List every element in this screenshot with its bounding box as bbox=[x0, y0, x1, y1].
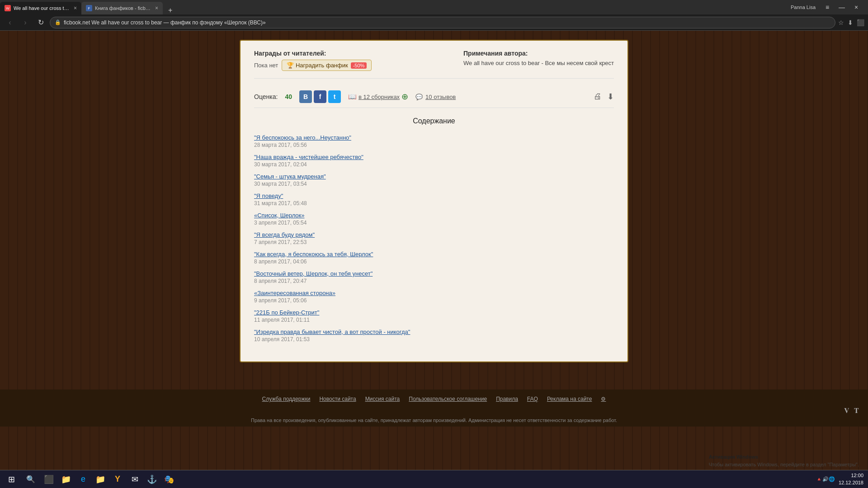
chapter-item-2: "Семья - штука мудреная"30 марта 2017, 0… bbox=[254, 173, 614, 187]
vk-share-button[interactable]: В bbox=[299, 90, 312, 103]
contents-heading: Содержание bbox=[254, 117, 614, 125]
chapter-link-8[interactable]: «Заинтересованная сторона» bbox=[254, 290, 614, 296]
chapter-link-1[interactable]: "Наша вражда - чистейшее ребячество" bbox=[254, 154, 614, 160]
reviews-link[interactable]: 💬 10 отзывов bbox=[415, 94, 456, 100]
chapter-link-5[interactable]: "Я всегда буду рядом" bbox=[254, 231, 614, 238]
footer-nav: Служба поддержкиНовости сайтаМиссия сайт… bbox=[0, 396, 868, 402]
footer-link-3[interactable]: Пользовательское соглашение bbox=[409, 396, 487, 402]
tw-share-button[interactable]: t bbox=[328, 90, 341, 103]
chapter-link-4[interactable]: «Список, Шерлок» bbox=[254, 212, 614, 219]
action-icons: 🖨 ⬇ bbox=[594, 92, 614, 102]
tab-active[interactable]: W We all have our cross to… × bbox=[0, 2, 81, 14]
chapter-item-3: "Я поведу"31 марта 2017, 05:48 bbox=[254, 192, 614, 206]
forward-button[interactable]: › bbox=[19, 16, 32, 29]
discount-badge: -50% bbox=[351, 62, 367, 69]
tab-inactive[interactable]: F Книга фанфиков - ficbook × bbox=[81, 2, 163, 14]
minimize-button[interactable]: — bbox=[835, 1, 848, 14]
chapter-date-3: 31 марта 2017, 05:48 bbox=[254, 200, 614, 206]
footer-link-4[interactable]: Правила bbox=[496, 396, 518, 402]
chapter-item-6: "Как всегда, я беспокоюсь за тебя, Шерло… bbox=[254, 251, 614, 265]
chapter-date-4: 3 апреля 2017, 05:54 bbox=[254, 220, 614, 226]
collections-icon: 📖 bbox=[348, 93, 357, 101]
chapter-item-5: "Я всегда буду рядом"7 апреля 2017, 22:5… bbox=[254, 231, 614, 245]
chapter-link-3[interactable]: "Я поведу" bbox=[254, 192, 614, 199]
top-section: Награды от читателей: Пока нет 🏆 Награди… bbox=[254, 50, 614, 79]
print-icon[interactable]: 🖨 bbox=[594, 92, 602, 102]
chapter-link-9[interactable]: "221Б по Бейкер-Стрит" bbox=[254, 309, 614, 316]
back-button[interactable]: ‹ bbox=[4, 16, 16, 29]
social-icons: В f t bbox=[299, 90, 341, 103]
footer-link-6[interactable]: Реклама на сайте bbox=[547, 396, 592, 402]
no-rewards-label: Пока нет bbox=[254, 62, 278, 69]
window-controls: ≡ — × bbox=[821, 1, 863, 14]
chapter-date-10: 10 апреля 2017, 01:53 bbox=[254, 336, 614, 343]
chapter-date-1: 30 марта 2017, 02:04 bbox=[254, 161, 614, 168]
chapter-date-7: 8 апреля 2017, 20:47 bbox=[254, 278, 614, 284]
footer-link-1[interactable]: Новости сайта bbox=[319, 396, 356, 402]
chapter-link-10[interactable]: "Изредка правда бывает чистой, а вот про… bbox=[254, 328, 614, 335]
tab-favicon-2: F bbox=[86, 5, 92, 11]
tab-favicon-1: W bbox=[5, 5, 11, 11]
rating-label: Оценка: bbox=[254, 93, 278, 100]
chapter-item-7: "Восточный ветер, Шерлок, он тебя унесет… bbox=[254, 270, 614, 284]
titlebar: W We all have our cross to… × F Книга фа… bbox=[0, 0, 868, 14]
reviews-count: 10 отзывов bbox=[425, 94, 456, 100]
chapter-link-7[interactable]: "Восточный ветер, Шерлок, он тебя унесет… bbox=[254, 270, 614, 277]
chapter-link-0[interactable]: "Я беспокоюсь за него...Неустанно" bbox=[254, 134, 614, 141]
new-tab-button[interactable]: + bbox=[165, 6, 176, 14]
chapters-list: "Я беспокоюсь за него...Неустанно"28 мар… bbox=[254, 134, 614, 343]
notes-text: We all have our cross to bear - Все мы н… bbox=[463, 60, 614, 66]
titlebar-right: Panna Lisa ≡ — × bbox=[791, 1, 868, 14]
download-fic-icon[interactable]: ⬇ bbox=[607, 92, 614, 102]
bookmark-icon[interactable]: ☆ bbox=[838, 19, 844, 26]
rewards-row: Пока нет 🏆 Наградить фанфик -50% bbox=[254, 60, 372, 71]
chapter-date-6: 8 апреля 2017, 04:06 bbox=[254, 258, 614, 265]
menu-button[interactable]: ≡ bbox=[821, 1, 834, 14]
chapter-date-8: 9 апреля 2017, 05:06 bbox=[254, 297, 614, 304]
reviews-bubble-icon: 💬 bbox=[415, 94, 423, 100]
collections-label: в 12 сборниках bbox=[359, 94, 400, 100]
tab-area: W We all have our cross to… × F Книга фа… bbox=[0, 0, 176, 14]
reward-button[interactable]: 🏆 Наградить фанфик -50% bbox=[282, 60, 372, 71]
address-box[interactable]: 🔒 ficbook.net We all have our cross to b… bbox=[50, 17, 835, 28]
addressbar: ‹ › ↻ 🔒 ficbook.net We all have our cros… bbox=[0, 14, 868, 31]
page-wrapper: Награды от читателей: Пока нет 🏆 Награди… bbox=[0, 31, 868, 371]
rewards-section: Награды от читателей: Пока нет 🏆 Награди… bbox=[254, 50, 372, 71]
footer-link-0[interactable]: Служба поддержки bbox=[262, 396, 311, 402]
ext-icon[interactable]: ⬛ bbox=[857, 19, 864, 26]
footer-link-7[interactable]: ⚙ bbox=[601, 396, 606, 402]
chapter-date-2: 30 марта 2017, 03:54 bbox=[254, 181, 614, 187]
content-area: Награды от читателей: Пока нет 🏆 Награди… bbox=[240, 40, 628, 362]
chapter-item-1: "Наша вражда - чистейшее ребячество"30 м… bbox=[254, 154, 614, 168]
refresh-button[interactable]: ↻ bbox=[34, 16, 47, 29]
close-button[interactable]: × bbox=[850, 1, 863, 14]
chapter-item-10: "Изредка правда бывает чистой, а вот про… bbox=[254, 328, 614, 343]
chapter-link-2[interactable]: "Семья - штука мудреная" bbox=[254, 173, 614, 180]
tab-close-2[interactable]: × bbox=[155, 5, 158, 11]
footer-link-5[interactable]: FAQ bbox=[527, 396, 538, 402]
site-footer: Служба поддержкиНовости сайтаМиссия сайт… bbox=[0, 389, 868, 427]
notes-section: Примечания автора: We all have our cross… bbox=[463, 50, 614, 66]
user-name: Panna Lisa bbox=[791, 5, 816, 10]
address-right-icons: ☆ ⬇ ⬛ bbox=[838, 19, 864, 26]
tab-title-1: We all have our cross to… bbox=[14, 5, 71, 11]
add-to-collections-icon[interactable]: ⊕ bbox=[401, 92, 408, 102]
download-icon[interactable]: ⬇ bbox=[848, 19, 853, 26]
chapter-item-0: "Я беспокоюсь за него...Неустанно"28 мар… bbox=[254, 134, 614, 148]
chapter-item-9: "221Б по Бейкер-Стрит"11 апреля 2017, 01… bbox=[254, 309, 614, 323]
chapter-date-0: 28 марта 2017, 05:56 bbox=[254, 142, 614, 148]
footer-link-2[interactable]: Миссия сайта bbox=[365, 396, 400, 402]
rating-value: 40 bbox=[285, 93, 292, 100]
chapter-date-9: 11 апреля 2017, 01:11 bbox=[254, 317, 614, 323]
reward-btn-label: 🏆 Наградить фанфик bbox=[287, 62, 348, 69]
chapter-link-6[interactable]: "Как всегда, я беспокоюсь за тебя, Шерло… bbox=[254, 251, 614, 258]
address-text: ficbook.net We all have our cross to bea… bbox=[64, 19, 830, 26]
collections-link[interactable]: 📖 в 12 сборниках ⊕ bbox=[348, 92, 408, 102]
rating-row: Оценка: 40 В f t 📖 в 12 сборниках ⊕ 💬 10… bbox=[254, 86, 614, 108]
rewards-title: Награды от читателей: bbox=[254, 50, 372, 57]
chapter-item-4: «Список, Шерлок»3 апреля 2017, 05:54 bbox=[254, 212, 614, 226]
fb-share-button[interactable]: f bbox=[314, 90, 326, 103]
footer-tw-icon[interactable]: 𝐓 bbox=[854, 407, 859, 415]
footer-vk-icon[interactable]: 𝐕 bbox=[844, 407, 849, 415]
tab-close-1[interactable]: × bbox=[74, 5, 77, 11]
